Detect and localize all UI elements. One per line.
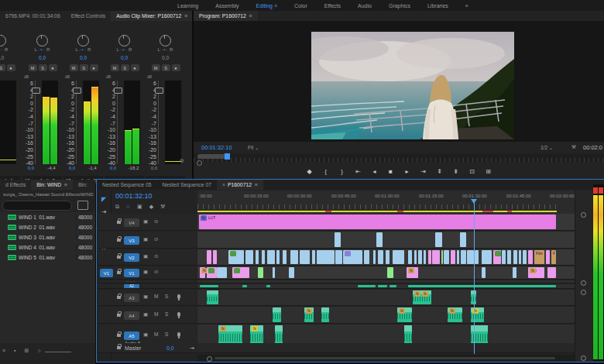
- pan-slider[interactable]: L ·•· R: [104, 47, 145, 52]
- solo-track-button[interactable]: S: [165, 311, 168, 317]
- track-a4-content[interactable]: fxfxfxfx: [197, 307, 575, 324]
- video-clip[interactable]: [523, 250, 527, 264]
- video-clip[interactable]: [364, 250, 369, 264]
- track-target-a4[interactable]: A4: [124, 311, 139, 320]
- track-v2-content[interactable]: FilmF: [197, 249, 575, 266]
- panel-menu-icon[interactable]: ≡: [249, 13, 252, 19]
- solo-track-button[interactable]: S: [165, 294, 168, 299]
- record-button[interactable]: ●: [49, 64, 57, 71]
- pan-value[interactable]: 0,0: [0, 55, 21, 60]
- pan-knob-icon[interactable]: [118, 35, 130, 46]
- video-clip[interactable]: [444, 250, 449, 264]
- timeline-tab-nested-sequence-05[interactable]: Nested Sequence 05: [97, 180, 157, 190]
- program-playhead[interactable]: [225, 153, 230, 160]
- linked-selection-toggle[interactable]: ▣: [137, 204, 142, 210]
- voiceover-record-mic-icon[interactable]: [177, 312, 180, 317]
- solo-button[interactable]: S: [39, 64, 47, 71]
- track-header-v3[interactable]: V3▣⊙: [98, 232, 197, 249]
- track-target-v3[interactable]: V3: [124, 236, 139, 245]
- mark-in-button[interactable]: {: [321, 168, 331, 175]
- video-clip[interactable]: [475, 250, 479, 264]
- video-clip[interactable]: [207, 267, 217, 278]
- add-marker[interactable]: ◆: [149, 204, 153, 210]
- pan-value[interactable]: 0,0: [145, 55, 186, 60]
- fader-handle[interactable]: [32, 88, 40, 94]
- video-clip[interactable]: [312, 250, 315, 264]
- video-clip[interactable]: [373, 250, 376, 264]
- video-clip[interactable]: [528, 250, 533, 264]
- fader-db-value[interactable]: 0,0: [145, 166, 163, 170]
- audio-clip[interactable]: [273, 307, 281, 322]
- track-a1-content[interactable]: [197, 280, 575, 283]
- track-a3-content[interactable]: fxfx: [197, 290, 575, 306]
- video-clip[interactable]: [273, 267, 275, 278]
- mute-button[interactable]: M: [152, 64, 160, 71]
- audio-clip[interactable]: [266, 285, 270, 287]
- panel-menu-icon[interactable]: ≡: [64, 182, 67, 187]
- list-item[interactable]: WIND 2_01.wav48000: [0, 222, 95, 232]
- lock-icon[interactable]: [117, 346, 121, 349]
- mute-button[interactable]: M: [29, 64, 37, 71]
- solo-track-button[interactable]: S: [165, 331, 168, 337]
- track-header-v1[interactable]: V1▣⊙V1: [98, 266, 197, 280]
- toggle-track-output-eye-icon[interactable]: ⊙: [154, 218, 158, 225]
- fader-db-value[interactable]: 0,0: [63, 166, 81, 170]
- video-clip[interactable]: [408, 250, 412, 264]
- collapse-icon[interactable]: ⇥: [190, 345, 194, 352]
- solo-button[interactable]: S: [80, 64, 88, 71]
- record-button[interactable]: ●: [7, 64, 15, 71]
- sync-lock-icon[interactable]: ▣: [143, 269, 148, 275]
- video-clip[interactable]: LUTfx: [199, 215, 556, 229]
- mute-track-button[interactable]: M: [154, 331, 158, 337]
- audio-clip[interactable]: [321, 307, 329, 322]
- mark-out-button[interactable]: }: [338, 168, 347, 175]
- workspace-overflow-chevrons[interactable]: »: [457, 3, 477, 9]
- timeline-tab-p1600712[interactable]: ×P1600712≡: [217, 180, 263, 190]
- video-clip[interactable]: [290, 250, 298, 264]
- workspace-tab-assembly[interactable]: Assembly: [207, 3, 247, 9]
- list-item[interactable]: WIND 1_01.wav48000: [0, 212, 95, 222]
- track-target-a3[interactable]: A3: [124, 294, 139, 302]
- pan-value[interactable]: 0,0: [104, 55, 145, 60]
- track-v1-content[interactable]: fxfxFilmfx: [197, 266, 575, 280]
- timeline-ruler[interactable]: :00:0000:00:15:0000:00:30:0000:00:45:000…: [197, 191, 575, 214]
- workspace-tab-editing[interactable]: Editing ≡: [248, 3, 286, 9]
- step-back-button[interactable]: ◂: [370, 168, 379, 175]
- video-clip[interactable]: [507, 250, 511, 264]
- playback-resolution-select[interactable]: 1/2 ⌄: [541, 145, 553, 151]
- step-forward-button[interactable]: ▸: [403, 168, 412, 175]
- lock-icon[interactable]: [117, 334, 121, 337]
- program-settings-wrench-icon[interactable]: ⚒: [571, 144, 576, 150]
- project-tab-d-effects[interactable]: d Effects: [0, 180, 31, 190]
- export-frame-button[interactable]: ⊡: [468, 168, 477, 175]
- audio-clip[interactable]: fxfx: [413, 290, 431, 304]
- mixer-tab-audio-clip-mixer-p1600712[interactable]: Audio Clip Mixer: P1600712≡: [111, 11, 192, 21]
- video-clip[interactable]: [546, 250, 550, 264]
- video-clip[interactable]: [256, 250, 259, 264]
- fader-handle[interactable]: [114, 88, 122, 94]
- video-clip[interactable]: [441, 250, 443, 264]
- workspace-tab-learning[interactable]: Learning: [169, 3, 207, 9]
- video-clip[interactable]: [461, 250, 466, 264]
- list-view-icon[interactable]: ≡: [2, 348, 5, 354]
- video-clip[interactable]: [386, 250, 390, 264]
- video-clip[interactable]: [378, 250, 383, 264]
- pan-slider[interactable]: L ·•· R: [145, 47, 186, 52]
- sync-lock-icon[interactable]: ▣: [143, 311, 148, 318]
- lock-icon[interactable]: [117, 221, 121, 224]
- search-bin-icon[interactable]: [77, 201, 88, 210]
- video-clip[interactable]: [387, 267, 393, 278]
- master-track-header[interactable]: Master 0,0 ⇥: [98, 343, 197, 353]
- timeline-timecode[interactable]: 00:01:32:10: [115, 192, 153, 200]
- track-header-a1[interactable]: – – –: [98, 280, 197, 283]
- pan-slider[interactable]: L ·•· R: [22, 47, 63, 52]
- video-clip[interactable]: [335, 232, 341, 247]
- program-tab[interactable]: Program: P1600712 ≡: [194, 11, 258, 21]
- workspace-tab-libraries[interactable]: Libraries: [419, 3, 457, 9]
- track-header-a3[interactable]: A3▣MS: [98, 290, 197, 306]
- solo-button[interactable]: S: [0, 64, 5, 71]
- track-height-handle[interactable]: [581, 280, 586, 286]
- video-clip[interactable]: [460, 232, 466, 247]
- workspace-tab-graphics[interactable]: Graphics: [380, 3, 419, 9]
- video-clip[interactable]: [451, 250, 455, 264]
